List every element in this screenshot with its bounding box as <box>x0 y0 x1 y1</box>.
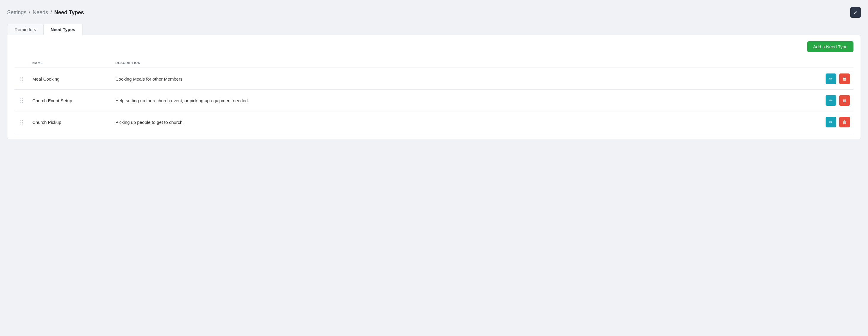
row-actions: ✏ 🗑 <box>718 90 854 111</box>
breadcrumb-settings[interactable]: Settings <box>7 9 26 16</box>
trash-icon: 🗑 <box>842 76 847 81</box>
table-row: Church Pickup Picking up people to get t… <box>14 111 854 133</box>
row-description: Cooking Meals for other Members <box>112 68 718 90</box>
panel-header: Add a Need Type <box>14 41 854 52</box>
breadcrumb-sep-1: / <box>29 9 30 16</box>
row-name: Church Event Setup <box>29 90 112 111</box>
pencil-icon: ✏ <box>829 98 833 103</box>
need-types-table: NAME DESCRIPTION Meal C <box>14 58 854 133</box>
row-actions: ✏ 🗑 <box>718 111 854 133</box>
breadcrumb: Settings / Needs / Need Types <box>7 9 84 16</box>
row-actions: ✏ 🗑 <box>718 68 854 90</box>
row-name: Meal Cooking <box>29 68 112 90</box>
page-header: Settings / Needs / Need Types ⤢ <box>7 7 861 18</box>
delete-button[interactable]: 🗑 <box>839 95 850 106</box>
drag-handle-cell <box>14 68 29 90</box>
trash-icon: 🗑 <box>842 120 847 125</box>
delete-button[interactable]: 🗑 <box>839 117 850 127</box>
tab-bar: Reminders Need Types <box>7 24 861 35</box>
table-header-row: NAME DESCRIPTION <box>14 58 854 68</box>
table-row: Meal Cooking Cooking Meals for other Mem… <box>14 68 854 90</box>
add-need-type-button[interactable]: Add a Need Type <box>807 41 854 52</box>
drag-handle[interactable] <box>18 77 25 81</box>
col-description: DESCRIPTION <box>112 58 718 68</box>
edit-button[interactable]: ✏ <box>826 95 836 106</box>
col-name: NAME <box>29 58 112 68</box>
expand-icon: ⤢ <box>854 10 857 15</box>
row-description: Picking up people to get to church! <box>112 111 718 133</box>
row-name: Church Pickup <box>29 111 112 133</box>
trash-icon: 🗑 <box>842 98 847 103</box>
tab-reminders[interactable]: Reminders <box>7 24 43 35</box>
pencil-icon: ✏ <box>829 76 833 81</box>
drag-handle-cell <box>14 90 29 111</box>
edit-button[interactable]: ✏ <box>826 117 836 127</box>
drag-handle[interactable] <box>18 120 25 125</box>
tab-need-types[interactable]: Need Types <box>43 24 83 35</box>
drag-handle-cell <box>14 111 29 133</box>
table-row: Church Event Setup Help setting up for a… <box>14 90 854 111</box>
content-panel: Add a Need Type NAME DESCRIPTION <box>7 35 861 139</box>
delete-button[interactable]: 🗑 <box>839 73 850 84</box>
edit-button[interactable]: ✏ <box>826 73 836 84</box>
breadcrumb-needs[interactable]: Needs <box>33 9 48 16</box>
pencil-icon: ✏ <box>829 120 833 125</box>
expand-button[interactable]: ⤢ <box>850 7 861 18</box>
drag-handle[interactable] <box>18 98 25 103</box>
row-description: Help setting up for a church event, or p… <box>112 90 718 111</box>
breadcrumb-current: Need Types <box>54 9 84 16</box>
breadcrumb-sep-2: / <box>51 9 52 16</box>
col-drag <box>14 58 29 68</box>
col-actions <box>718 58 854 68</box>
